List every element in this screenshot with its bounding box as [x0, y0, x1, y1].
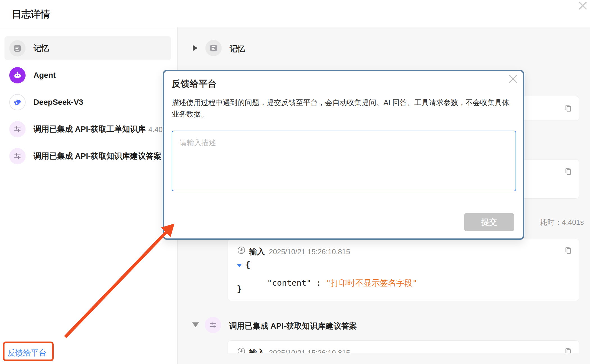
sidebar-item-memory[interactable]: 记忆 [4, 36, 171, 60]
modal-close-icon[interactable] [507, 73, 519, 85]
json-open-brace: { [245, 260, 250, 270]
sidebar-item-duration: 4.40 [148, 125, 163, 134]
sidebar-item-api-ticket-kb[interactable]: 调用已集成 API-获取工单知识库 [4, 117, 171, 141]
memory-doc-icon [9, 40, 26, 56]
panel-memory-label: 记忆 [230, 44, 245, 54]
sidebar-item-api-kb-answer[interactable]: 调用已集成 API-获取知识库建议答案 [4, 144, 171, 168]
copy-icon[interactable] [564, 167, 573, 176]
duration-label: 耗时：4.401s [540, 217, 584, 227]
feedback-link[interactable]: 反馈给平台 [7, 348, 47, 358]
memory-doc-icon [205, 40, 222, 56]
copy-icon[interactable] [564, 246, 573, 255]
sliders-icon [205, 317, 221, 333]
sidebar-item-deepseek[interactable]: DeepSeek-V3 [4, 90, 171, 114]
copy-icon[interactable] [564, 104, 573, 113]
json-close-brace: } [237, 284, 242, 294]
modal-description: 描述使用过程中遇到的问题，提交反馈至平台，会自动收集提问、AI 回答、工具请求参… [172, 97, 512, 120]
sidebar-item-label: 记忆 [33, 43, 49, 54]
close-icon[interactable] [576, 0, 589, 13]
sidebar: 记忆 Agent DeepSeek-V3 调用已集成 API-获取工单知识库 调… [0, 27, 177, 364]
input-timestamp: 2025/10/21 15:26:10.815 [269, 247, 350, 256]
input-card: 输入 2025/10/21 15:26:10.815 { "content" :… [228, 239, 579, 301]
sidebar-item-agent[interactable]: Agent [4, 63, 171, 87]
input-label: 输入 [249, 246, 265, 257]
feedback-textarea[interactable] [172, 131, 516, 191]
sliders-icon [9, 121, 26, 137]
panel-bottom-mask [178, 353, 590, 364]
sidebar-item-label: 调用已集成 API-获取工单知识库 [33, 124, 146, 135]
log-detail-drawer: 日志详情 记忆 Agent DeepSeek-V3 调用 [0, 0, 590, 364]
json-colon: : [311, 278, 326, 288]
section-label: 调用已集成 API-获取知识库建议答案 [229, 321, 357, 331]
sidebar-item-label: Agent [33, 71, 56, 80]
sidebar-item-label: 调用已集成 API-获取知识库建议答案 [33, 151, 162, 161]
sliders-icon [9, 148, 26, 164]
json-collapse-icon[interactable] [237, 264, 242, 267]
whale-icon [9, 94, 26, 110]
submit-button[interactable]: 提交 [464, 213, 514, 231]
sidebar-item-label: DeepSeek-V3 [33, 98, 83, 107]
json-content-line: "content" : "打印时不显示签名字段" [251, 272, 417, 294]
json-key: "content" [267, 278, 311, 288]
feedback-modal: 反馈给平台 描述使用过程中遇到的问题，提交反馈至平台，会自动收集提问、AI 回答… [163, 70, 524, 240]
input-icon [237, 246, 246, 256]
json-value: "打印时不显示签名字段" [326, 278, 417, 288]
modal-title: 反馈给平台 [172, 78, 217, 90]
chevron-right-icon[interactable] [193, 45, 198, 51]
page-title: 日志详情 [12, 8, 50, 21]
robot-icon [9, 67, 26, 83]
chevron-down-icon[interactable] [192, 322, 199, 327]
